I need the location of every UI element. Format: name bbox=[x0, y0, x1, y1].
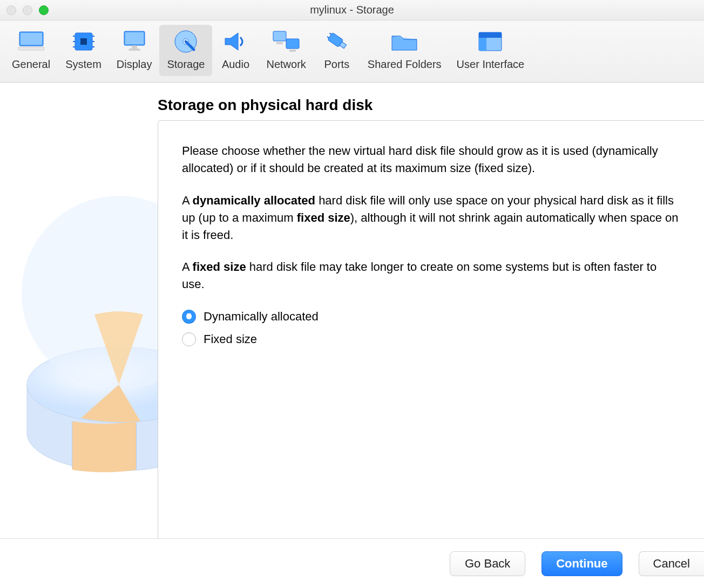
window-title: mylinux - Storage bbox=[310, 4, 394, 16]
tab-label: General bbox=[12, 58, 50, 71]
allocation-options: Dynamically allocated Fixed size bbox=[182, 308, 679, 348]
text-bold: fixed size bbox=[193, 260, 246, 274]
svg-rect-26 bbox=[479, 32, 502, 38]
cancel-button[interactable]: Cancel bbox=[639, 551, 704, 576]
titlebar: mylinux - Storage bbox=[0, 0, 704, 20]
svg-line-24 bbox=[327, 37, 329, 38]
folder-icon bbox=[389, 28, 420, 55]
continue-button[interactable]: Continue bbox=[541, 551, 622, 576]
close-icon[interactable] bbox=[6, 5, 16, 15]
tab-label: System bbox=[65, 58, 101, 71]
intro-text: Please choose whether the new virtual ha… bbox=[182, 142, 679, 177]
dynamic-text: A dynamically allocated hard disk file w… bbox=[182, 192, 679, 244]
svg-rect-12 bbox=[125, 32, 144, 44]
svg-rect-13 bbox=[132, 45, 137, 49]
fixed-text: A fixed size hard disk file may take lon… bbox=[182, 258, 679, 293]
tab-system[interactable]: System bbox=[58, 25, 109, 76]
option-fixed-size[interactable]: Fixed size bbox=[182, 331, 679, 348]
speaker-icon bbox=[220, 28, 251, 55]
tab-label: Shared Folders bbox=[368, 58, 442, 71]
option-dynamically-allocated[interactable]: Dynamically allocated bbox=[182, 308, 679, 325]
ports-icon bbox=[321, 28, 353, 55]
svg-line-23 bbox=[329, 33, 331, 34]
tab-shared-folders[interactable]: Shared Folders bbox=[360, 25, 449, 76]
tab-label: Storage bbox=[167, 58, 205, 71]
minimize-icon[interactable] bbox=[23, 5, 32, 15]
text-bold: dynamically allocated bbox=[193, 194, 315, 207]
wizard-panel: Please choose whether the new virtual ha… bbox=[158, 120, 704, 538]
tab-audio[interactable]: Audio bbox=[212, 25, 259, 76]
svg-rect-17 bbox=[273, 31, 286, 41]
tab-label: Audio bbox=[222, 58, 249, 71]
disk-icon bbox=[170, 28, 201, 55]
display-icon bbox=[119, 28, 150, 55]
option-label: Dynamically allocated bbox=[204, 308, 319, 325]
text-bold: fixed size bbox=[297, 211, 350, 224]
text: A bbox=[182, 260, 193, 274]
svg-rect-20 bbox=[289, 50, 296, 52]
tab-display[interactable]: Display bbox=[109, 25, 160, 76]
settings-toolbar: General System Display bbox=[0, 20, 704, 83]
option-label: Fixed size bbox=[204, 331, 257, 348]
text: hard disk file may take longer to create… bbox=[182, 260, 656, 291]
zoom-icon[interactable] bbox=[39, 5, 49, 15]
svg-rect-1 bbox=[21, 33, 42, 45]
content-area: Storage on physical hard disk Plea bbox=[0, 83, 704, 538]
radio-icon[interactable] bbox=[182, 332, 196, 346]
wizard-button-bar: Go Back Continue Cancel bbox=[0, 538, 704, 588]
svg-rect-27 bbox=[479, 38, 486, 51]
tab-network[interactable]: Network bbox=[259, 25, 313, 76]
tab-general[interactable]: General bbox=[4, 25, 58, 76]
monitor-icon bbox=[16, 28, 47, 55]
svg-rect-2 bbox=[18, 47, 44, 50]
tab-label: Ports bbox=[324, 58, 350, 71]
tab-label: User Interface bbox=[457, 58, 525, 71]
radio-icon[interactable] bbox=[182, 310, 196, 324]
svg-rect-19 bbox=[276, 42, 283, 44]
text: A bbox=[182, 194, 193, 207]
tab-user-interface[interactable]: User Interface bbox=[449, 25, 532, 76]
tab-label: Network bbox=[266, 58, 306, 71]
tab-label: Display bbox=[117, 58, 152, 71]
svg-rect-4 bbox=[80, 38, 87, 45]
svg-rect-18 bbox=[286, 39, 299, 49]
chip-icon bbox=[68, 28, 99, 55]
window-controls bbox=[6, 5, 49, 15]
tab-ports[interactable]: Ports bbox=[314, 25, 360, 76]
ui-icon bbox=[475, 28, 506, 55]
svg-rect-14 bbox=[128, 49, 140, 51]
go-back-button[interactable]: Go Back bbox=[450, 551, 525, 576]
network-icon bbox=[270, 28, 302, 55]
tab-storage[interactable]: Storage bbox=[159, 25, 212, 76]
page-title: Storage on physical hard disk bbox=[158, 97, 704, 114]
